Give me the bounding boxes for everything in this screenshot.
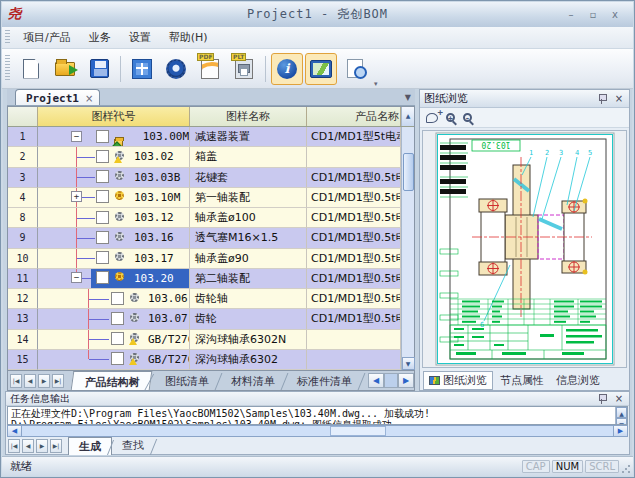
scroll-down-icon[interactable]: ▼ (616, 418, 627, 425)
scroll-left-icon[interactable]: ◀ (8, 426, 22, 436)
bom-structure-button[interactable] (126, 53, 158, 85)
product-cell[interactable]: CD1/MD1型0.5t电动 (307, 249, 401, 269)
table-row[interactable]: 14GB/T276深沟球轴承6302N (8, 330, 401, 350)
task-horizontal-scrollbar[interactable]: ◀ ▶ (7, 425, 628, 437)
scroll-up-icon[interactable]: ▲ (401, 107, 414, 126)
table-row[interactable]: 13103.07齿轮CD1/MD1型0.5t电动 (8, 309, 401, 329)
code-cell[interactable]: 103.17 (38, 249, 190, 269)
document-tab-project1[interactable]: Project1 × (15, 89, 100, 105)
last-tab-button[interactable]: ▶| (50, 439, 62, 453)
code-cell[interactable]: −103.20 (38, 269, 190, 289)
drawing-preview[interactable]: 103.20 (422, 130, 627, 368)
row-checkbox[interactable] (96, 231, 109, 244)
scroll-right-icon[interactable]: ▶ (613, 426, 627, 436)
code-cell[interactable]: 103.02 (38, 147, 190, 167)
product-cell[interactable]: CD1/MD1型0.5t电动 (307, 309, 401, 329)
code-cell[interactable]: 103.03B (38, 168, 190, 188)
product-cell[interactable]: CD1/MD1型0.5t电动 (307, 188, 401, 208)
column-header-product[interactable]: 产品名称 (307, 107, 401, 126)
product-cell[interactable]: CD1/MD1型0.5t电动 (307, 168, 401, 188)
task-close-icon[interactable]: × (613, 393, 625, 404)
last-sheet-button[interactable]: ▶| (52, 374, 64, 388)
print-plt-button[interactable]: PLT (228, 53, 260, 85)
drawing-preview-button[interactable] (305, 53, 337, 85)
product-cell[interactable]: CD1/MD1型0.5t电动 (307, 289, 401, 309)
row-checkbox[interactable] (111, 312, 124, 325)
maximize-button[interactable]: ▫ (585, 8, 601, 22)
sheet-tab-1[interactable]: 图纸清单 (153, 371, 219, 390)
product-cell[interactable] (307, 330, 401, 350)
menu-item-2[interactable]: 设置 (120, 28, 160, 47)
row-checkbox[interactable] (96, 251, 109, 264)
table-row[interactable]: 15GB/T276深沟球轴承6302 (8, 350, 401, 370)
code-cell[interactable]: GB/T276 (38, 330, 190, 350)
close-button[interactable]: x (607, 8, 623, 22)
scroll-up-icon[interactable]: ▲ (616, 407, 627, 418)
prev-sheet-button[interactable]: ◀ (24, 374, 36, 388)
extract-settings-button[interactable] (160, 53, 192, 85)
product-cell[interactable] (307, 350, 401, 370)
row-checkbox[interactable] (96, 170, 109, 183)
name-cell[interactable]: 深沟球轴承6302 (190, 350, 307, 370)
row-checkbox[interactable] (96, 271, 109, 284)
task-tab-1[interactable]: 查找 (112, 437, 154, 455)
table-row[interactable]: 4+103.10M第一轴装配CD1/MD1型0.5t电动 (8, 188, 401, 208)
name-cell[interactable]: 深沟球轴承6302N (190, 330, 307, 350)
name-cell[interactable]: 第一轴装配 (190, 188, 307, 208)
name-cell[interactable]: 花键套 (190, 168, 307, 188)
code-cell[interactable]: 103.06 (38, 289, 190, 309)
pin-icon[interactable] (597, 94, 607, 104)
name-cell[interactable]: 齿轮轴 (190, 289, 307, 309)
find-drawing-button[interactable] (339, 53, 371, 85)
code-cell[interactable]: 103.12 (38, 208, 190, 228)
code-cell[interactable]: +103.10M (38, 188, 190, 208)
product-cell[interactable]: CD1/MD1型5t电动葫 (307, 127, 401, 147)
row-checkbox[interactable] (111, 332, 124, 345)
pan-select-icon[interactable] (426, 113, 438, 123)
export-pdf-button[interactable]: PDF (194, 53, 226, 85)
code-cell[interactable]: 103.16 (38, 228, 190, 248)
menu-item-3[interactable]: 帮助(H) (160, 28, 217, 47)
product-cell[interactable]: CD1/MD1型0.5t电动 (307, 228, 401, 248)
table-row[interactable]: 8103.12轴承盖ø100CD1/MD1型0.5t电动 (8, 208, 401, 228)
expand-icon[interactable]: + (71, 191, 82, 202)
code-cell[interactable]: −103.00M (38, 127, 190, 147)
collapse-icon[interactable]: − (71, 272, 82, 283)
product-cell[interactable]: CD1/MD1型0.5t电动 (307, 208, 401, 228)
document-tab-close-icon[interactable]: × (85, 93, 93, 104)
toolbar-overflow-icon[interactable]: ▾ (374, 80, 378, 88)
row-checkbox[interactable] (96, 130, 109, 143)
table-row[interactable]: 11−103.20第二轴装配CD1/MD1型0.5t电动 (8, 269, 401, 289)
name-cell[interactable]: 箱盖 (190, 147, 307, 167)
resize-grip[interactable] (621, 464, 631, 474)
panel-close-icon[interactable]: × (613, 93, 625, 104)
name-cell[interactable]: 齿轮 (190, 309, 307, 329)
code-cell[interactable]: 103.07 (38, 309, 190, 329)
first-tab-button[interactable]: |◀ (8, 439, 20, 453)
sheet-tab-2[interactable]: 材料清单 (219, 371, 285, 390)
table-row[interactable]: 2103.02箱盖 (8, 147, 401, 167)
save-button[interactable] (83, 53, 115, 85)
sheet-tab-3[interactable]: 标准件清单 (285, 371, 362, 390)
menu-item-0[interactable]: 项目/产品 (14, 28, 80, 47)
tab-list-dropdown-icon[interactable]: ▼ (405, 93, 411, 102)
task-pin-icon[interactable] (597, 394, 607, 404)
sheet-tab-0[interactable]: 产品结构树 (71, 371, 153, 390)
prev-tab-button[interactable]: ◀ (22, 439, 34, 453)
name-cell[interactable]: 透气塞M16×1.5 (190, 228, 307, 248)
name-cell[interactable]: 减速器装置 (190, 127, 307, 147)
row-checkbox[interactable] (96, 150, 109, 163)
row-checkbox[interactable] (111, 292, 124, 305)
sheet-tab-4[interactable]: 借用件清单 (362, 371, 368, 390)
panel-tab-0[interactable]: 图纸浏览 (423, 371, 493, 390)
scroll-down-icon[interactable]: ▼ (402, 357, 415, 370)
task-tab-0[interactable]: 生成 (68, 437, 112, 455)
zoom-out-icon[interactable]: - (463, 113, 472, 122)
first-sheet-button[interactable]: |◀ (10, 374, 22, 388)
column-header-code[interactable]: ▴ 图样代号 (38, 107, 190, 126)
code-cell[interactable]: GB/T276 (38, 350, 190, 370)
next-sheet-button[interactable]: ▶ (38, 374, 50, 388)
row-checkbox[interactable] (96, 211, 109, 224)
name-cell[interactable]: 轴承盖ø90 (190, 249, 307, 269)
panel-tab-1[interactable]: 节点属性 (495, 372, 549, 389)
